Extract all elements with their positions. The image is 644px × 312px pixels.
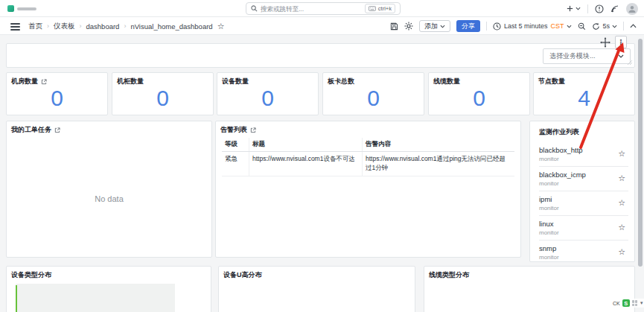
- new-menu-button[interactable]: [566, 4, 581, 13]
- search-icon: [251, 5, 258, 12]
- refresh-interval-label: 5s: [602, 22, 610, 30]
- job-name: linux: [539, 220, 554, 228]
- breadcrumb-folder[interactable]: dashboard: [86, 22, 120, 31]
- device-type-chart: [16, 284, 175, 312]
- breadcrumb-separator: ›: [124, 22, 126, 30]
- star-icon[interactable]: ☆: [618, 247, 625, 257]
- ime-mode-label: CK: [613, 301, 620, 306]
- global-search[interactable]: ctrl+k: [246, 2, 401, 15]
- grafana-dashboard: ctrl+k 首页 › 仪表板 › d: [0, 0, 644, 312]
- search-shortcut-label: ctrl+k: [378, 5, 392, 12]
- alert-level-cell: 紧急: [222, 152, 249, 176]
- ime-toolbar[interactable]: CK S ▼: [611, 299, 644, 308]
- add-panel-button[interactable]: 添加: [419, 20, 450, 32]
- save-dashboard-icon[interactable]: [390, 22, 398, 31]
- favorite-star-icon[interactable]: ☆: [217, 22, 225, 31]
- stat-panel-rooms: 机房数量 0: [6, 72, 108, 115]
- column-header[interactable]: 标题: [249, 138, 363, 151]
- panel-title: 设备U高分布: [223, 270, 262, 280]
- toolbar-divider: [623, 22, 624, 31]
- menu-icon[interactable]: [10, 23, 20, 32]
- clock-icon: [493, 22, 501, 31]
- job-subtitle: monitor: [539, 156, 559, 162]
- star-icon[interactable]: ☆: [618, 223, 625, 232]
- refresh-picker[interactable]: 5s: [592, 22, 617, 31]
- panel-drag-icon[interactable]: [600, 37, 610, 48]
- search-shortcut-chip: ctrl+k: [365, 4, 395, 13]
- stat-value: 4: [534, 82, 634, 115]
- monitor-jobs-panel: 监测作业列表 blackbox_http monitor ☆ blackbox_…: [529, 121, 635, 262]
- list-item[interactable]: ipmi monitor ☆: [539, 191, 628, 216]
- business-module-select[interactable]: 选择业务模块...: [543, 48, 631, 64]
- job-name: blackbox_icmp: [539, 171, 586, 179]
- chevron-down-icon: [612, 25, 617, 28]
- list-item[interactable]: blackbox_http monitor ☆: [539, 142, 628, 167]
- job-subtitle: monitor: [539, 205, 559, 211]
- dashboard-toolbar: 首页 › 仪表板 › dashboard › nVisual_home_dash…: [0, 17, 644, 35]
- alerts-table: 等级 标题 告警内容 紧急 https://www.nvisual.com1设备…: [222, 138, 514, 176]
- star-icon[interactable]: ☆: [618, 149, 625, 159]
- star-icon[interactable]: ☆: [618, 173, 625, 183]
- list-item[interactable]: snmp monitor ☆: [539, 241, 628, 265]
- user-avatar[interactable]: [626, 3, 638, 15]
- column-header[interactable]: 等级: [222, 138, 249, 151]
- news-icon[interactable]: [595, 4, 604, 13]
- stat-panel-racks: 机柜数量 0: [112, 72, 214, 115]
- ime-expand-icon[interactable]: ▼: [640, 301, 644, 305]
- work-orders-panel: 我的工单任务 No data: [6, 121, 212, 258]
- stat-value: 0: [7, 82, 107, 115]
- search-input[interactable]: [261, 5, 365, 13]
- alert-title-cell: https://www.nvisual.com1设备不可达: [249, 152, 363, 176]
- table-row: 紧急 https://www.nvisual.com1设备不可达 https:/…: [222, 152, 514, 176]
- device-type-chart-panel: 设备类型分布: [6, 266, 211, 312]
- zoom-out-time-icon[interactable]: [578, 22, 586, 31]
- panel-title: 监测作业列表: [539, 127, 579, 137]
- share-button[interactable]: 分享: [456, 20, 480, 32]
- rss-icon[interactable]: [610, 4, 619, 13]
- breadcrumb-current[interactable]: nVisual_home_dashboard: [130, 22, 212, 31]
- device-uheight-chart-panel: 设备U高分布: [218, 266, 415, 312]
- topbar-divider: [587, 4, 588, 13]
- stat-value: 0: [112, 82, 213, 115]
- external-link-icon[interactable]: [54, 127, 60, 133]
- toolbar-divider: [486, 22, 487, 31]
- panel-title: 线缆类型分布: [429, 270, 469, 280]
- stat-panel-devices: 设备数量 0: [217, 72, 319, 115]
- app-logo-icon[interactable]: [7, 5, 14, 12]
- chevron-down-icon: [567, 25, 572, 28]
- business-module-select-value: 选择业务模块...: [549, 51, 596, 61]
- breadcrumb-dashboards[interactable]: 仪表板: [54, 22, 75, 31]
- panel-menu-kebab-icon[interactable]: ⋮: [615, 36, 627, 48]
- stat-panel-cables: 线缆数量 0: [428, 72, 530, 115]
- chart-axis-line: [16, 285, 17, 312]
- refresh-icon: [592, 22, 600, 31]
- stat-value: 0: [217, 82, 318, 115]
- star-icon[interactable]: ☆: [618, 198, 625, 208]
- external-link-icon[interactable]: [250, 127, 256, 133]
- ime-logo-icon[interactable]: S: [622, 299, 630, 307]
- stat-value: 0: [323, 82, 424, 115]
- collapse-toolbar-icon[interactable]: [630, 24, 637, 28]
- chevron-down-icon: [576, 7, 581, 10]
- top-bar: ctrl+k: [0, 0, 644, 17]
- cable-type-chart-panel: 线缆类型分布: [424, 266, 635, 312]
- job-name: ipmi: [539, 195, 552, 203]
- business-module-panel: 选择业务模块...: [6, 43, 635, 68]
- job-subtitle: monitor: [539, 254, 559, 261]
- list-item[interactable]: blackbox_icmp monitor ☆: [539, 167, 628, 191]
- panel-title: 我的工单任务: [11, 125, 51, 135]
- ime-menu-icon[interactable]: [632, 300, 637, 306]
- dashboard-settings-icon[interactable]: [404, 22, 413, 31]
- timezone-label: CST: [550, 22, 564, 30]
- breadcrumb-home[interactable]: 首页: [28, 22, 42, 31]
- stat-panel-nodes: 节点数量 4: [533, 72, 635, 115]
- breadcrumb-separator: ›: [47, 22, 49, 30]
- panel-resize-handle[interactable]: [627, 60, 633, 66]
- keyboard-icon: [369, 6, 376, 11]
- column-header[interactable]: 告警内容: [363, 138, 514, 151]
- vertical-scrollbar[interactable]: [638, 39, 643, 267]
- list-item[interactable]: linux monitor ☆: [539, 216, 628, 241]
- job-name: blackbox_http: [539, 146, 583, 154]
- alerts-panel: 告警列表 等级 标题 告警内容 紧急 https://www.nvisual.c…: [215, 121, 521, 258]
- time-range-picker[interactable]: Last 5 minutes CST: [493, 22, 573, 31]
